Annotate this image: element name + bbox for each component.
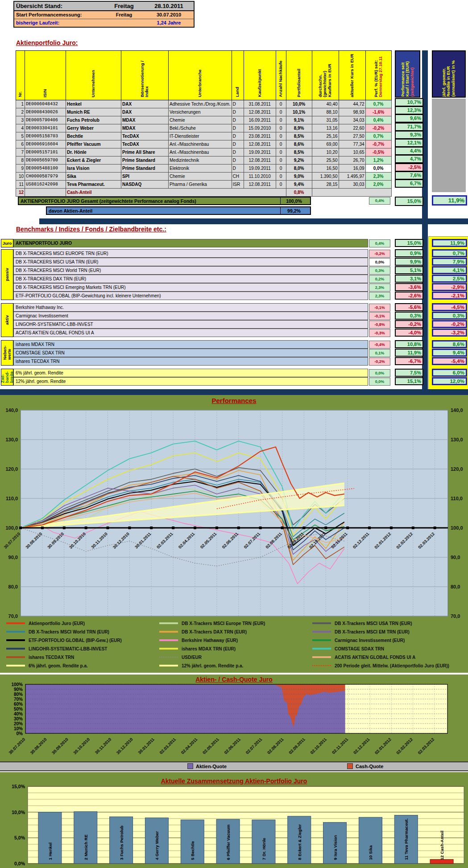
column-header[interactable]: Unterbranche xyxy=(169,51,232,100)
cell-perf1d[interactable]: 1,2% xyxy=(365,156,391,165)
benchmark-since-box[interactable]: 0,3% xyxy=(395,312,423,320)
cell-isin[interactable]: DE0005157101 xyxy=(25,148,66,156)
benchmark-since-box[interactable]: 15,0% xyxy=(395,239,423,247)
cell-kaufkurs[interactable]: 25,16 xyxy=(312,132,339,140)
benchmark-daily[interactable]: -0,2% xyxy=(369,250,390,258)
cell-land[interactable]: D xyxy=(232,116,244,124)
benchmark-daily[interactable]: 0,4% xyxy=(369,239,390,247)
cell-nr[interactable]: 5 xyxy=(16,132,25,140)
since-box[interactable]: 7,6% xyxy=(395,171,423,180)
cell-kurs[interactable]: 10,65 xyxy=(339,148,365,156)
cell-nr[interactable]: 2 xyxy=(16,108,25,116)
cell-isin[interactable]: DE0005659700 xyxy=(25,156,66,165)
cell-kaufkurs[interactable]: 25,50 xyxy=(312,156,339,165)
cell-isin[interactable]: DE0005488100 xyxy=(25,165,66,173)
cell-kaufzeit[interactable]: 12.08.2011 xyxy=(244,108,276,116)
cell-kaufzeit[interactable]: 11.10.2010 xyxy=(244,173,276,181)
benchmark-row[interactable]: DB X-TRACKERS MSCI EUROPE TRN (EUR) xyxy=(13,249,368,258)
cell-anteil[interactable]: 8,5% xyxy=(286,132,312,140)
benchmark-row[interactable]: COMSTAGE SDAX TRN xyxy=(13,349,368,357)
benchmark-daily[interactable]: 0,2% xyxy=(369,275,390,283)
benchmark-daily[interactable]: 0,0% xyxy=(369,369,390,377)
cell-branche[interactable]: Elektronik xyxy=(169,165,232,173)
table-row[interactable]: 3DE0005790406Fuchs PetrolubMDAXChemieD16… xyxy=(16,116,392,124)
benchmark-annual-box[interactable]: 0,3% xyxy=(432,312,467,320)
cell-kaufzeit[interactable]: 15.09.2010 xyxy=(244,124,276,132)
column-header[interactable]: Land xyxy=(232,51,244,100)
benchmark-since-box[interactable]: -0,2% xyxy=(395,320,423,328)
cell-anteil[interactable]: 8,5% xyxy=(286,148,312,156)
cell-name[interactable]: Sika xyxy=(66,173,121,181)
cell-name[interactable]: Cash-Anteil xyxy=(66,189,286,197)
since-box[interactable]: -2,5% xyxy=(395,163,423,172)
cell-branche[interactable]: Medizintechnik xyxy=(169,156,232,165)
cell-index[interactable]: MDAX xyxy=(121,116,169,124)
benchmark-since-box[interactable]: 7,5% xyxy=(395,369,423,377)
cell-kaufzeit[interactable]: 31.08.2011 xyxy=(244,100,276,108)
benchmark-daily[interactable]: -0,8% xyxy=(369,321,390,329)
cell-name[interactable]: Dr. Hönle xyxy=(66,148,121,156)
cell-name[interactable]: Henkel xyxy=(66,100,121,108)
benchmark-annual-box[interactable]: 0,7% xyxy=(432,249,467,257)
benchmark-annual-box[interactable]: -3,2% xyxy=(432,329,467,337)
cell-anzahl[interactable]: 0 xyxy=(276,165,286,173)
cell-kurs[interactable]: 77,34 xyxy=(339,140,365,148)
cell-name[interactable]: Gerry Weber xyxy=(66,124,121,132)
benchmark-daily[interactable]: 0,0% xyxy=(369,258,390,266)
cell-kaufkurs[interactable]: 40,40 xyxy=(312,100,339,108)
column-header[interactable]: Anzahl Nachkäufe xyxy=(276,51,286,100)
table-row[interactable]: 10CH0000587979SikaSPIChemieCH11.10.20100… xyxy=(16,173,392,181)
cell-kurs[interactable]: 44,72 xyxy=(339,100,365,108)
cell-kaufzeit[interactable]: 19.09.2011 xyxy=(244,148,276,156)
total-since-box[interactable]: 15,0% xyxy=(395,197,423,206)
cell-kaufzeit[interactable]: 12.08.2011 xyxy=(244,181,276,189)
cell-index[interactable]: Prime Standard xyxy=(121,165,169,173)
cell-index[interactable]: SPI xyxy=(121,173,169,181)
benchmark-annual-box[interactable]: 7,9% xyxy=(432,258,467,266)
since-box[interactable]: 12,3% xyxy=(395,106,423,115)
since-box[interactable]: 4,7% xyxy=(395,155,423,163)
benchmark-since-box[interactable]: 0,9% xyxy=(395,249,423,257)
cell-land[interactable]: D xyxy=(232,148,244,156)
cell-name[interactable]: Eckert & Ziegler xyxy=(66,156,121,165)
cell-isin[interactable]: CH0000587979 xyxy=(25,173,66,181)
since-box[interactable]: 6,7% xyxy=(395,179,423,188)
benchmark-annual-box[interactable]: -5,4% xyxy=(432,357,467,365)
cell-anzahl[interactable]: 0 xyxy=(276,116,286,124)
benchmark-since-box[interactable]: -4,0% xyxy=(395,329,423,337)
cell-perf1d[interactable]: 0,7% xyxy=(365,100,391,108)
table-row[interactable]: 2DE0008430026Munich REDAXVersicherungenD… xyxy=(16,108,392,116)
cell-index[interactable]: NASDAQ xyxy=(121,181,169,189)
cell-nr[interactable]: 8 xyxy=(16,156,25,165)
cell-nr[interactable]: 1 xyxy=(16,100,25,108)
cell-name[interactable]: Isra Vision xyxy=(66,165,121,173)
cell-anteil[interactable]: 9,2% xyxy=(286,156,312,165)
total-perf1d[interactable]: 0,4% xyxy=(369,197,390,205)
cell-branche[interactable]: Chemie xyxy=(169,173,232,181)
cell-land[interactable]: D xyxy=(232,156,244,165)
cell-isin[interactable]: DE0005158703 xyxy=(25,132,66,140)
column-header-perf[interactable]: Perf. % (EUR) seit: Donnerstag 27.10.11 xyxy=(365,51,391,100)
cell-isin[interactable]: DE0006916604 xyxy=(25,140,66,148)
benchmark-row[interactable]: Berkshire Hathaway Inc. xyxy=(13,303,368,312)
cell-perf1d[interactable]: 0,4% xyxy=(365,116,391,124)
table-row[interactable]: 4DE0003304101Gerry WeberMDAXBekl./Schuhe… xyxy=(16,124,392,132)
cell-land[interactable]: D xyxy=(232,132,244,140)
cell-nr[interactable]: 10 xyxy=(16,173,25,181)
benchmark-since-box[interactable]: 3,1% xyxy=(395,275,423,283)
benchmark-annual-box[interactable]: -0,2% xyxy=(432,320,467,328)
cell-kurs[interactable]: 30,03 xyxy=(339,181,365,189)
benchmark-since-box[interactable]: -3,6% xyxy=(395,283,423,291)
benchmark-row[interactable]: 6% jährl. geom. Rendite xyxy=(13,369,368,377)
benchmark-annual-box[interactable]: -2,1% xyxy=(432,292,467,300)
cell-kaufzeit[interactable]: 19.09.2011 xyxy=(244,165,276,173)
cell-anzahl[interactable]: 0 xyxy=(276,156,286,165)
cell-branche[interactable]: Versicherungen xyxy=(169,108,232,116)
header-row-stand[interactable]: Übersicht Stand: Freitag 28.10.2011 xyxy=(14,2,194,11)
cell-land[interactable]: D xyxy=(232,100,244,108)
cell-name[interactable]: Fuchs Petrolub xyxy=(66,116,121,124)
benchmark-since-box[interactable]: -6,7% xyxy=(395,357,423,365)
column-header[interactable]: durchschn. (gewichteter) Kaufkurs in EUR xyxy=(312,51,339,100)
column-header[interactable]: Kaufzeitpunkt xyxy=(244,51,276,100)
table-row[interactable]: 7DE0005157101Dr. HönlePrime All ShareAnl… xyxy=(16,148,392,156)
